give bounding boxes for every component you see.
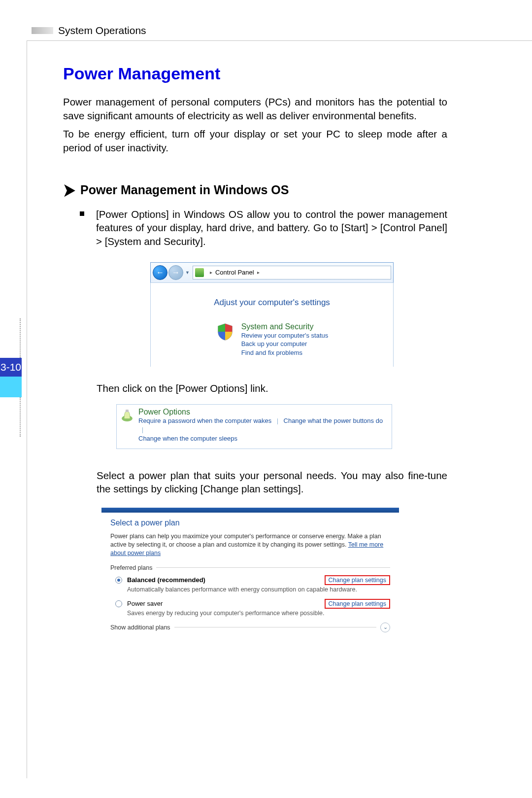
arrow-left-icon: ← xyxy=(156,268,164,277)
radio-balanced[interactable] xyxy=(115,577,122,584)
chevron-right-icon: ➤ xyxy=(63,179,75,200)
plan-power-saver-row: Power saver Change plan settings xyxy=(115,599,390,609)
svg-rect-1 xyxy=(126,410,129,412)
select-power-plan-heading: Select a power plan xyxy=(110,519,390,527)
system-security-link[interactable]: System and Security xyxy=(241,322,329,331)
show-additional-plans-row[interactable]: Show additional plans ⌄ xyxy=(110,623,390,632)
adjust-settings-heading: Adjust your computer's settings xyxy=(155,298,389,308)
nav-history-dropdown[interactable]: ▼ xyxy=(185,270,190,275)
plan-balanced-label[interactable]: Balanced (recommended) xyxy=(127,576,325,584)
radio-power-saver[interactable] xyxy=(115,600,122,607)
window-titlebar: ← → ▼ ▸ Control Panel ▸ xyxy=(150,262,394,283)
plan-power-saver-label[interactable]: Power saver xyxy=(127,600,325,607)
power-plan-description: Power plans can help you maximize your c… xyxy=(110,532,390,557)
frame-left xyxy=(27,40,27,778)
bullet-text: [Power Options] in Windows OS allow you … xyxy=(96,208,447,248)
separator xyxy=(142,427,143,433)
power-options-link[interactable]: Power Options xyxy=(138,408,388,416)
arrow-right-icon: → xyxy=(172,268,180,277)
plan-power-saver-desc: Saves energy by reducing your computer's… xyxy=(127,610,390,617)
breadcrumb-separator-icon: ▸ xyxy=(210,270,212,275)
shield-icon xyxy=(216,322,234,341)
plan-balanced-desc: Automatically balances performance with … xyxy=(127,586,390,593)
intro-paragraph-2: To be energy efficient, turn off your di… xyxy=(63,127,447,154)
separator-line xyxy=(174,627,376,627)
address-bar[interactable]: ▸ Control Panel ▸ xyxy=(193,266,391,279)
nav-forward-button[interactable]: → xyxy=(168,265,183,280)
window-frame-bar xyxy=(101,508,399,513)
backup-link[interactable]: Back up your computer xyxy=(241,340,329,348)
nav-back-button[interactable]: ← xyxy=(153,265,167,280)
separator xyxy=(277,418,278,424)
fix-problems-link[interactable]: Find and fix problems xyxy=(241,348,329,357)
header-decoration-bar xyxy=(32,27,53,34)
power-options-icon xyxy=(120,408,134,422)
frame-top xyxy=(27,40,532,41)
expand-button[interactable]: ⌄ xyxy=(380,623,390,632)
subsection-title: Power Management in Windows OS xyxy=(80,183,289,197)
subsection-heading: ➤ Power Management in Windows OS xyxy=(63,181,447,199)
square-bullet-icon xyxy=(80,211,84,216)
show-additional-plans-label: Show additional plans xyxy=(110,624,170,631)
page-number-tab: 3-10 xyxy=(0,318,22,437)
bullet-item: [Power Options] in Windows OS allow you … xyxy=(63,208,447,248)
page-header: System Operations xyxy=(32,25,532,36)
review-status-link[interactable]: Review your computer's status xyxy=(241,331,329,340)
computer-sleeps-link[interactable]: Change when the computer sleeps xyxy=(138,435,237,442)
breadcrumb-control-panel[interactable]: Control Panel xyxy=(215,269,254,276)
breadcrumb-separator-icon: ▸ xyxy=(257,270,260,275)
plan-balanced-row: Balanced (recommended) Change plan setti… xyxy=(115,575,390,585)
power-buttons-link[interactable]: Change what the power buttons do xyxy=(284,417,383,424)
page-title: Power Management xyxy=(63,64,447,83)
change-plan-settings-balanced[interactable]: Change plan settings xyxy=(325,575,390,585)
screenshot-control-panel: ← → ▼ ▸ Control Panel ▸ Adjust your comp… xyxy=(150,262,394,367)
select-plan-text: Select a power plan that suits your pers… xyxy=(97,469,447,496)
screenshot-select-power-plan: Select a power plan Power plans can help… xyxy=(101,508,399,634)
screenshot-power-options: Power Options Require a password when th… xyxy=(116,404,392,449)
chevron-down-icon: ⌄ xyxy=(383,624,388,630)
preferred-plans-label: Preferred plans xyxy=(110,564,390,571)
intro-paragraph-1: Power management of personal computers (… xyxy=(63,95,447,122)
page-number: 3-10 xyxy=(0,358,22,377)
require-password-link[interactable]: Require a password when the computer wak… xyxy=(138,417,271,424)
section-title: System Operations xyxy=(58,25,146,36)
control-panel-icon xyxy=(195,268,204,277)
change-plan-settings-power-saver[interactable]: Change plan settings xyxy=(325,599,390,609)
then-click-text: Then click on the [Power Options] link. xyxy=(97,382,447,395)
